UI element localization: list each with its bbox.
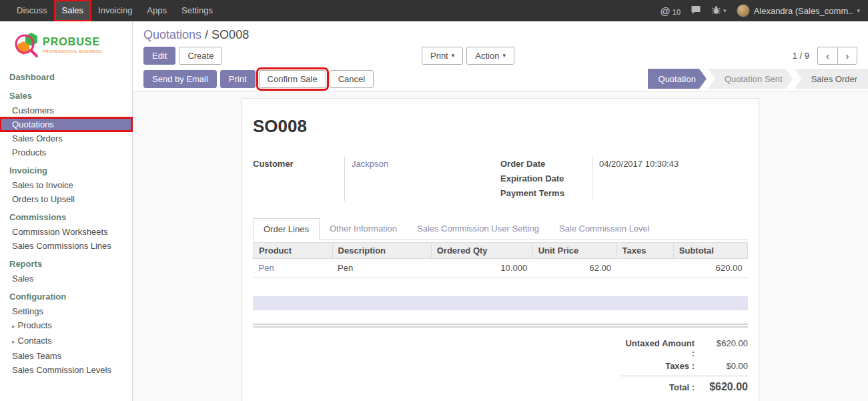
sidebar: PROBUSE PROFESSIONAL BUSINESS Dashboard … [0,21,133,401]
sidebar-item-quotations[interactable]: Quotations [0,117,132,131]
sidebar-item-label: Contacts [18,336,52,346]
menu-sales[interactable]: Sales [55,0,91,21]
table-row[interactable]: Pen Pen 10.000 62.00 620.00 [254,259,748,278]
user-menu[interactable]: Alexandra (Sales_comm.. ▾ [737,4,860,17]
sidebar-header-sales[interactable]: Sales [0,88,132,103]
bug-icon [711,5,721,17]
total-label: Total : [621,382,695,392]
sidebar-item-sales-to-invoice[interactable]: Sales to Invoice [0,178,132,192]
expiration-date-value [599,171,748,186]
cell-product: Pen [254,259,333,278]
statusbar: Quotation Quotation Sent Sales Order [646,69,868,89]
untaxed-amount-row: Untaxed Amount : $620.00 [621,337,748,360]
top-navbar: Discuss Sales Invoicing Apps Settings @ … [0,0,868,21]
action-dropdown-button[interactable]: Action ▾ [466,47,514,65]
status-quotation[interactable]: Quotation [648,69,707,89]
sidebar-header-dashboard[interactable]: Dashboard [0,69,132,85]
sidebar-header-commissions[interactable]: Commissions [0,210,132,225]
sidebar-item-orders-to-upsell[interactable]: Orders to Upsell [0,192,132,206]
sidebar-item-customers[interactable]: Customers [0,103,132,117]
tab-sales-commission-user-setting[interactable]: Sales Commission User Setting [407,218,549,240]
tab-order-lines[interactable]: Order Lines [253,218,320,240]
menu-discuss[interactable]: Discuss [9,0,55,21]
caret-down-icon: ▾ [452,50,455,61]
sidebar-header-invoicing[interactable]: Invoicing [0,163,132,178]
sidebar-item-commission-worksheets[interactable]: Commission Worksheets [0,225,132,239]
debug-menu-button[interactable]: ▾ [711,5,727,17]
pager-previous-button[interactable]: ‹ [817,47,837,65]
sidebar-item-products[interactable]: Products [0,145,132,159]
messages-button[interactable] [691,5,701,17]
totals-separator [253,324,748,328]
sidebar-item-sales-teams[interactable]: Sales Teams [0,349,132,363]
pager-next-button[interactable]: › [837,47,857,65]
mentions-button[interactable]: @ 10 [661,5,681,17]
expand-icon: ▸ [12,338,15,345]
customer-value-link[interactable]: Jackpson [352,157,500,171]
untaxed-amount-label: Untaxed Amount : [621,338,695,358]
sidebar-item-sales-commission-levels[interactable]: Sales Commission Levels [0,363,132,377]
cell-taxes [616,259,673,278]
status-quotation-sent[interactable]: Quotation Sent [708,69,793,89]
total-row: Total : $620.00 [621,376,748,394]
breadcrumb-quotations-link[interactable]: Quotations [143,28,201,41]
order-date-label: Order Date [500,157,592,171]
tab-sale-commission-level[interactable]: Sale Commission Level [549,218,660,240]
status-sales-order[interactable]: Sales Order [795,69,868,89]
order-date-value: 04/20/2017 10:30:43 [599,157,748,171]
customer-label: Customer [253,157,344,171]
sidebar-header-reports[interactable]: Reports [0,256,132,272]
menu-apps[interactable]: Apps [139,0,174,21]
menu-invoicing[interactable]: Invoicing [91,0,139,21]
pager-value: 1 / 9 [793,51,809,61]
control-row-primary: Edit Create Print ▾ Action ▾ 1 / 9 ‹ [133,43,868,69]
topbar-right: @ 10 ▾ Alexandra (Sales_comm.. ▾ [661,0,868,21]
cell-description: Pen [332,259,431,278]
sidebar-item-config-contacts[interactable]: ▸Contacts [0,334,132,349]
print-dropdown-button[interactable]: Print ▾ [422,47,463,65]
column-header-product: Product [254,243,333,259]
breadcrumb-separator: / [205,28,208,41]
sidebar-item-label: Products [18,320,52,330]
breadcrumb-current: SO008 [211,28,249,41]
confirm-sale-button[interactable]: Confirm Sale [259,70,326,88]
caret-down-icon: ▾ [857,7,860,14]
sidebar-nav: Dashboard Sales Customers Quotations Sal… [0,65,132,377]
sidebar-item-sales-orders[interactable]: Sales Orders [0,131,132,145]
total-value: $620.00 [695,381,748,393]
sidebar-item-config-products[interactable]: ▸Products [0,318,132,334]
probuse-logo-icon [9,28,40,62]
logo-title: PROBUSE [43,36,102,48]
column-header-subtotal: Subtotal [673,243,747,259]
user-name: Alexandra (Sales_comm.. [754,6,853,16]
action-dropdown-label: Action [475,50,499,61]
breadcrumb: Quotations / SO008 [133,21,868,43]
chat-bubble-icon [691,5,701,17]
cancel-button[interactable]: Cancel [330,70,374,88]
caret-down-icon: ▾ [502,50,506,61]
taxes-row: Taxes : $0.00 [621,360,748,372]
sidebar-item-sales-commissions-lines[interactable]: Sales Commissions Lines [0,239,132,253]
menu-settings[interactable]: Settings [174,0,220,21]
sidebar-item-reports-sales[interactable]: Sales [0,272,132,286]
payment-terms-label: Payment Terms [500,186,592,201]
edit-button[interactable]: Edit [143,47,175,65]
logo-subtitle: PROFESSIONAL BUSINESS [43,49,102,54]
cell-unit-price: 62.00 [532,259,616,278]
taxes-label: Taxes : [621,361,695,371]
control-row-workflow: Send by Email Print Confirm Sale Cancel … [133,69,868,89]
tab-other-information[interactable]: Other Information [320,218,407,240]
sidebar-header-configuration[interactable]: Configuration [0,289,132,304]
field-group-right: Order Date Expiration Date Payment Terms… [500,157,748,201]
column-header-taxes: Taxes [616,243,673,259]
send-by-email-button[interactable]: Send by Email [143,70,217,88]
expiration-date-label: Expiration Date [500,171,592,186]
record-actions: Print ▾ Action ▾ [422,47,514,65]
probuse-logo: PROBUSE PROFESSIONAL BUSINESS [0,21,132,65]
create-button[interactable]: Create [179,47,222,65]
order-lines-table: Product Description Ordered Qty Unit Pri… [253,242,748,278]
mention-icon: @ [661,5,671,17]
sidebar-item-settings[interactable]: Settings [0,304,132,318]
print-dropdown-label: Print [430,50,448,61]
print-button[interactable]: Print [220,70,256,88]
